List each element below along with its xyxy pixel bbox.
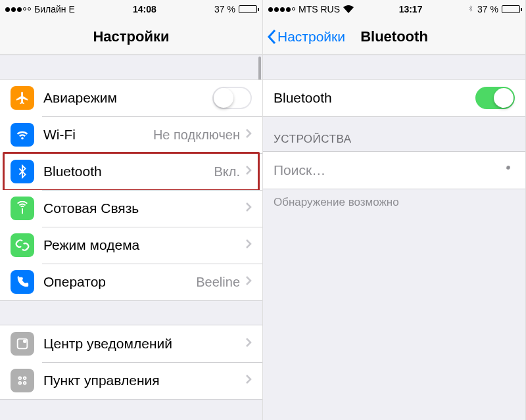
- row-label: Wi-Fi: [43, 127, 153, 143]
- row-label: Сотовая Связь: [43, 200, 245, 216]
- bluetooth-toggle[interactable]: [475, 87, 515, 109]
- back-label: Настройки: [277, 29, 345, 45]
- airplane-toggle[interactable]: [212, 87, 252, 109]
- chevron-right-icon: [245, 128, 252, 141]
- bluetooth-toggle-section: Bluetooth: [263, 79, 525, 117]
- devices-header: УСТРОЙСТВА: [263, 117, 525, 151]
- svg-point-4: [19, 382, 22, 385]
- nav-bar: Настройки: [0, 18, 262, 55]
- status-bar: MTS RUS 13:17 37 %: [263, 0, 525, 18]
- row-notification-center[interactable]: Центр уведомлений: [0, 325, 262, 362]
- row-wifi[interactable]: Wi-Fi Не подключен: [0, 116, 262, 153]
- row-value: Не подключен: [153, 128, 240, 143]
- row-label: Центр уведомлений: [43, 336, 245, 352]
- chevron-right-icon: [245, 202, 252, 215]
- link-icon: [11, 233, 34, 257]
- airplane-icon: [11, 86, 34, 110]
- battery-icon: [502, 5, 520, 13]
- row-airplane-mode[interactable]: Авиарежим: [0, 80, 262, 116]
- row-value: Вкл.: [214, 164, 240, 179]
- row-bluetooth[interactable]: Bluetooth Вкл.: [0, 153, 262, 190]
- settings-screen: Билайн E 14:08 37 % Настройки Авиарежим …: [0, 0, 263, 420]
- battery-percent: 37 %: [477, 4, 498, 14]
- row-label: Авиарежим: [43, 90, 212, 106]
- row-label: Bluetooth: [43, 164, 214, 179]
- row-carrier[interactable]: Оператор Beeline: [0, 264, 262, 300]
- row-label: Режим модема: [43, 237, 245, 253]
- svg-point-1: [24, 340, 26, 343]
- row-label: Пункт управления: [43, 373, 245, 388]
- clock: 13:17: [399, 4, 423, 14]
- status-bar: Билайн E 14:08 37 %: [0, 0, 262, 18]
- notification-center-icon: [11, 332, 34, 356]
- bluetooth-toggle-row[interactable]: Bluetooth: [263, 80, 525, 116]
- carrier-label: Билайн E: [34, 4, 75, 14]
- battery-percent: 37 %: [214, 4, 235, 14]
- chevron-right-icon: [245, 239, 252, 252]
- row-hotspot[interactable]: Режим модема: [0, 227, 262, 264]
- signal-dots-icon: [268, 7, 295, 12]
- chevron-right-icon: [245, 165, 252, 178]
- svg-point-5: [24, 382, 26, 385]
- antenna-icon: [11, 197, 34, 220]
- control-center-icon: [11, 369, 34, 392]
- carrier-label: MTS RUS: [299, 4, 340, 14]
- wifi-status-icon: [343, 5, 354, 13]
- chevron-right-icon: [245, 374, 252, 387]
- searching-row: Поиск…: [263, 152, 525, 189]
- battery-icon: [239, 5, 257, 13]
- page-title: Bluetooth: [360, 28, 428, 45]
- wifi-icon: [11, 123, 34, 147]
- svg-point-2: [19, 377, 22, 380]
- nav-bar: Настройки Bluetooth: [263, 18, 525, 55]
- bluetooth-icon: [11, 160, 34, 183]
- row-cellular[interactable]: Сотовая Связь: [0, 190, 262, 227]
- phone-icon: [11, 270, 34, 294]
- settings-group-2: Центр уведомлений Пункт управления: [0, 325, 262, 400]
- bluetooth-screen: MTS RUS 13:17 37 % Настройки Bluetooth B…: [263, 0, 526, 420]
- discoverable-footer: Обнаружение возможно: [263, 189, 525, 216]
- spinner-icon: [500, 163, 515, 177]
- clock: 14:08: [133, 4, 156, 14]
- row-label: Bluetooth: [274, 90, 475, 106]
- page-title: Настройки: [93, 28, 169, 45]
- back-button[interactable]: Настройки: [267, 18, 345, 55]
- chevron-right-icon: [245, 337, 252, 350]
- row-label: Оператор: [43, 274, 196, 290]
- settings-group-1: Авиарежим Wi-Fi Не подключен Bluetooth В…: [0, 79, 262, 301]
- devices-section: Поиск…: [263, 151, 525, 189]
- searching-label: Поиск…: [274, 162, 500, 178]
- signal-dots-icon: [5, 7, 31, 12]
- svg-point-3: [24, 377, 26, 380]
- chevron-right-icon: [245, 275, 252, 289]
- row-value: Beeline: [196, 275, 240, 290]
- row-control-center[interactable]: Пункт управления: [0, 362, 262, 399]
- bluetooth-status-icon: [467, 3, 474, 16]
